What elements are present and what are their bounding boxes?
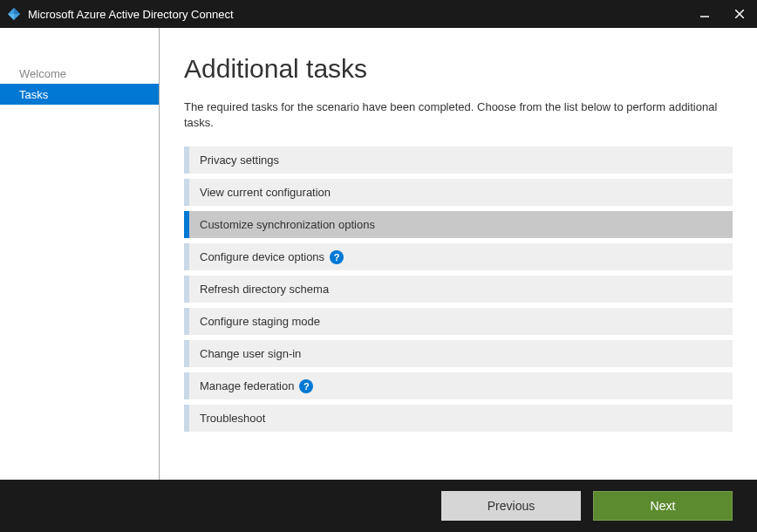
page-description: The required tasks for the scenario have… bbox=[184, 99, 733, 131]
task-accent bbox=[184, 405, 189, 432]
task-label: Privacy settings bbox=[200, 153, 279, 167]
task-label: Change user sign-in bbox=[200, 347, 301, 360]
help-icon[interactable]: ? bbox=[330, 250, 344, 264]
task-accent bbox=[184, 211, 189, 238]
task-accent bbox=[184, 147, 189, 174]
minimize-button[interactable] bbox=[687, 0, 722, 28]
sidebar-item-label: Welcome bbox=[19, 67, 66, 80]
task-accent bbox=[184, 243, 189, 270]
sidebar-item-welcome[interactable]: Welcome bbox=[0, 63, 159, 84]
task-accent bbox=[184, 179, 189, 206]
task-label: Manage federation bbox=[200, 379, 294, 392]
task-troubleshoot[interactable]: Troubleshoot bbox=[184, 405, 733, 432]
task-refresh-schema[interactable]: Refresh directory schema bbox=[184, 276, 733, 303]
task-list: Privacy settings View current configurat… bbox=[184, 147, 733, 432]
footer: Previous Next bbox=[0, 480, 757, 532]
task-label: Customize synchronization options bbox=[200, 218, 375, 231]
task-customize-sync[interactable]: Customize synchronization options bbox=[184, 211, 733, 238]
sidebar-item-tasks[interactable]: Tasks bbox=[0, 84, 159, 105]
task-configure-device[interactable]: Configure device options ? bbox=[184, 243, 733, 270]
task-change-signin[interactable]: Change user sign-in bbox=[184, 340, 733, 367]
task-view-configuration[interactable]: View current configuration bbox=[184, 179, 733, 206]
titlebar: Microsoft Azure Active Directory Connect bbox=[0, 0, 757, 28]
close-button[interactable] bbox=[722, 0, 757, 28]
task-accent bbox=[184, 340, 189, 367]
task-label: View current configuration bbox=[200, 186, 331, 199]
task-accent bbox=[184, 276, 189, 303]
azure-logo-icon bbox=[7, 7, 21, 21]
task-label: Configure device options bbox=[200, 250, 324, 263]
task-label: Configure staging mode bbox=[200, 315, 320, 328]
page-heading: Additional tasks bbox=[184, 54, 733, 84]
content-body: Welcome Tasks Additional tasks The requi… bbox=[0, 28, 757, 480]
task-accent bbox=[184, 372, 189, 399]
previous-button[interactable]: Previous bbox=[441, 491, 581, 521]
svg-marker-2 bbox=[8, 14, 14, 20]
window-title: Microsoft Azure Active Directory Connect bbox=[28, 8, 687, 21]
task-accent bbox=[184, 308, 189, 335]
task-label: Troubleshoot bbox=[200, 412, 265, 425]
next-button[interactable]: Next bbox=[593, 491, 733, 521]
help-icon[interactable]: ? bbox=[299, 379, 313, 393]
task-label: Refresh directory schema bbox=[200, 283, 329, 296]
task-privacy-settings[interactable]: Privacy settings bbox=[184, 147, 733, 174]
main-panel: Additional tasks The required tasks for … bbox=[160, 28, 757, 480]
sidebar: Welcome Tasks bbox=[0, 28, 160, 480]
task-staging-mode[interactable]: Configure staging mode bbox=[184, 308, 733, 335]
task-manage-federation[interactable]: Manage federation ? bbox=[184, 372, 733, 399]
svg-marker-1 bbox=[14, 8, 20, 14]
sidebar-item-label: Tasks bbox=[19, 88, 48, 101]
